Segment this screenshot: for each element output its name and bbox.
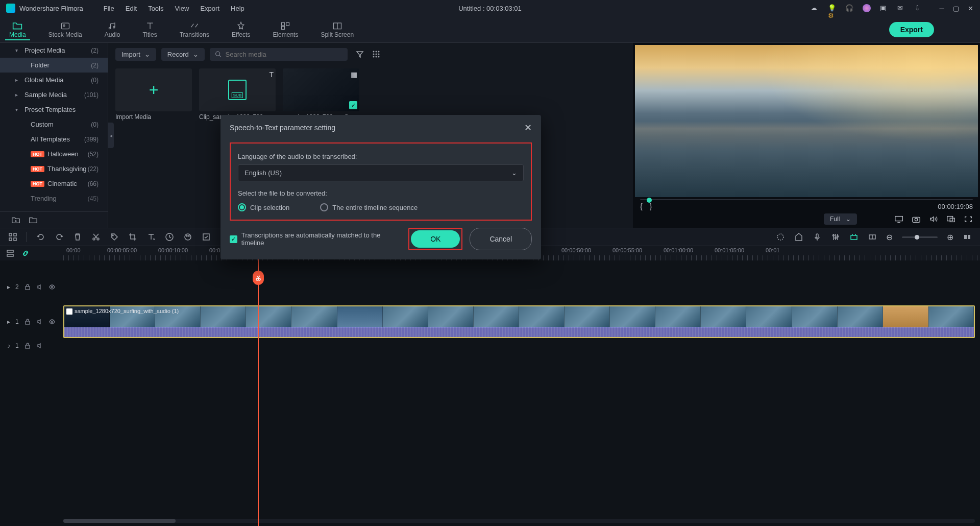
- ok-button[interactable]: OK: [411, 230, 460, 248]
- timeline-scrollbar[interactable]: [63, 519, 975, 523]
- greenscreen-icon[interactable]: [202, 232, 211, 242]
- scrub-handle-icon[interactable]: [647, 198, 652, 203]
- sidebar-item-thanksgiving[interactable]: HOTThanksgiving(22): [0, 161, 108, 176]
- sidebar-item-custom[interactable]: Custom(0): [0, 117, 108, 132]
- fullscreen-icon[interactable]: [964, 215, 973, 223]
- keyframe-icon[interactable]: [868, 232, 877, 242]
- grid-view-icon[interactable]: [372, 50, 380, 58]
- selection-tool-icon[interactable]: [8, 232, 17, 242]
- playhead[interactable]: [258, 246, 259, 526]
- playhead-handle-icon[interactable]: [253, 271, 264, 285]
- support-icon[interactable]: 🎧: [845, 4, 853, 12]
- tab-transitions[interactable]: Transitions: [176, 19, 213, 40]
- render-icon[interactable]: [776, 232, 785, 242]
- tips-icon[interactable]: ⚙: [828, 4, 836, 12]
- media-item[interactable]: T Clip_sample_1280x720_s...: [199, 68, 276, 121]
- menu-tools[interactable]: Tools: [148, 5, 163, 12]
- volume-icon[interactable]: [929, 215, 938, 223]
- collapse-sidebar-icon[interactable]: ◂: [108, 123, 114, 148]
- sidebar-item-folder[interactable]: Folder(2): [0, 58, 108, 73]
- quality-dropdown[interactable]: Full⌄: [824, 213, 857, 225]
- sidebar-item-halloween[interactable]: HOTHalloween(52): [0, 147, 108, 161]
- mute-icon[interactable]: [36, 342, 43, 349]
- delete-icon[interactable]: [73, 232, 82, 242]
- tab-titles[interactable]: Titles: [138, 19, 161, 40]
- track-video-2[interactable]: ▸ 2: [0, 281, 980, 293]
- menu-file[interactable]: File: [104, 5, 114, 12]
- lock-icon[interactable]: [24, 318, 31, 325]
- account-icon[interactable]: [863, 4, 871, 12]
- zoom-in-icon[interactable]: ⊕: [947, 232, 953, 242]
- undo-icon[interactable]: [36, 232, 45, 242]
- color-icon[interactable]: [183, 232, 192, 242]
- crop-icon[interactable]: [128, 232, 137, 242]
- dialog-close-icon[interactable]: ✕: [524, 122, 532, 133]
- message-icon[interactable]: ✉: [897, 4, 905, 12]
- zoom-out-icon[interactable]: ⊖: [886, 232, 893, 242]
- minimize-icon[interactable]: ─: [938, 5, 945, 12]
- import-dropdown[interactable]: Import⌄: [115, 48, 156, 61]
- lock-icon[interactable]: [24, 283, 31, 291]
- radio-entire-timeline[interactable]: The entire timeline sequence: [320, 203, 418, 211]
- zoom-slider[interactable]: [902, 236, 938, 238]
- redo-icon[interactable]: [55, 232, 64, 242]
- sidebar-item-all-templates[interactable]: All Templates(399): [0, 132, 108, 147]
- radio-clip-selection[interactable]: Clip selection: [238, 203, 289, 211]
- tab-audio[interactable]: Audio: [101, 19, 125, 40]
- visibility-icon[interactable]: [48, 283, 56, 291]
- tag-icon[interactable]: [110, 232, 119, 242]
- lock-icon[interactable]: [24, 342, 31, 349]
- menu-export[interactable]: Export: [200, 5, 219, 12]
- download-icon[interactable]: ⇩: [915, 4, 923, 12]
- menu-help[interactable]: Help: [231, 5, 244, 12]
- timeline-clip[interactable]: sample_1280x720_surfing_with_audio (1): [63, 305, 975, 338]
- sidebar-item-cinematic[interactable]: HOTCinematic(66): [0, 176, 108, 191]
- snapshot-icon[interactable]: [912, 215, 921, 223]
- mark-out-icon[interactable]: }: [650, 202, 652, 210]
- save-icon[interactable]: ▣: [880, 4, 888, 12]
- language-select[interactable]: English (US) ⌄: [238, 164, 524, 181]
- sidebar-item-project-media[interactable]: ▾Project Media(2): [0, 43, 108, 58]
- link-icon[interactable]: [21, 249, 30, 257]
- voiceover-icon[interactable]: [813, 232, 822, 242]
- speed-icon[interactable]: [165, 232, 174, 242]
- display-icon[interactable]: [894, 215, 903, 223]
- mixer-icon[interactable]: [831, 232, 840, 242]
- mark-in-icon[interactable]: {: [640, 202, 643, 210]
- sidebar-item-global-media[interactable]: ▸Global Media(0): [0, 73, 108, 87]
- tab-effects[interactable]: Effects: [228, 19, 254, 40]
- sidebar-item-trending[interactable]: Trending(45): [0, 191, 108, 206]
- sidebar-item-preset-templates[interactable]: ▾Preset Templates: [0, 102, 108, 117]
- marker-icon[interactable]: [794, 232, 803, 242]
- import-media-tile[interactable]: + Import Media: [115, 68, 192, 121]
- track-audio-1[interactable]: ♪ 1: [0, 338, 980, 353]
- filter-icon[interactable]: [356, 50, 364, 58]
- maximize-icon[interactable]: ▢: [952, 5, 960, 12]
- mute-icon[interactable]: [36, 283, 43, 291]
- new-folder-icon[interactable]: [11, 216, 20, 224]
- tab-split-screen[interactable]: Split Screen: [316, 19, 358, 40]
- record-dropdown[interactable]: Record⌄: [161, 48, 205, 61]
- tab-stock-media[interactable]: Stock Media: [44, 19, 86, 40]
- search-input[interactable]: [226, 51, 342, 58]
- auto-match-checkbox[interactable]: ✓ Transcriptions are automatically match…: [230, 231, 402, 247]
- cancel-button[interactable]: Cancel: [470, 228, 532, 250]
- tab-media[interactable]: Media: [5, 19, 30, 40]
- zoom-fit-icon[interactable]: [963, 232, 972, 242]
- search-media[interactable]: [210, 48, 348, 61]
- text-tool-icon[interactable]: [146, 232, 156, 242]
- menu-view[interactable]: View: [175, 5, 189, 12]
- cut-icon[interactable]: [91, 232, 101, 242]
- cloud-icon[interactable]: [811, 4, 819, 12]
- close-icon[interactable]: ✕: [967, 5, 974, 12]
- sidebar-item-sample-media[interactable]: ▸Sample Media(101): [0, 87, 108, 102]
- auto-beat-icon[interactable]: [849, 232, 859, 242]
- preview-scrubber[interactable]: [640, 199, 973, 200]
- tracks-icon[interactable]: [6, 249, 14, 257]
- popup-icon[interactable]: [946, 215, 955, 223]
- mute-icon[interactable]: [36, 318, 43, 325]
- visibility-icon[interactable]: [48, 318, 56, 325]
- tab-elements[interactable]: Elements: [268, 19, 302, 40]
- track-video-1[interactable]: ▸ 1 sample_1280x720_surfing_with_audio (…: [0, 305, 980, 338]
- export-button[interactable]: Export: [889, 22, 934, 37]
